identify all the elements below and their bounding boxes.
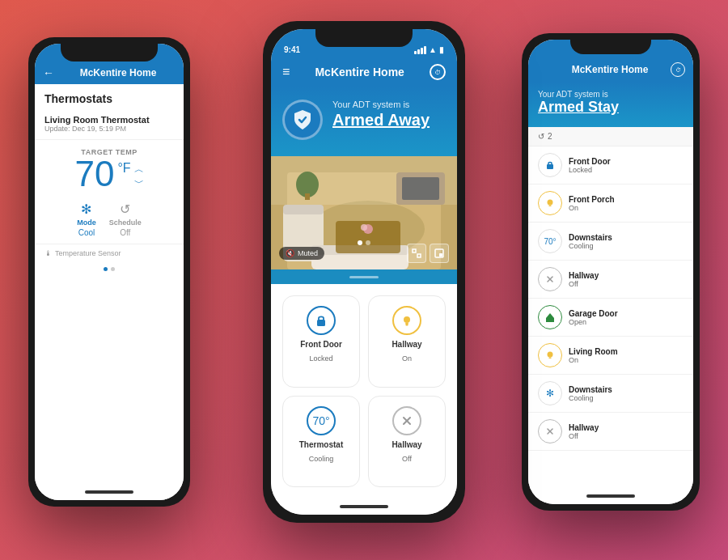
right-front-porch-status: On [569, 204, 615, 212]
thermostat-tile-name: Thermostat [299, 440, 343, 450]
right-front-porch-row[interactable]: Front Porch On [528, 185, 693, 223]
armed-away-title: Armed Away [332, 111, 430, 129]
right-hallway2-off-row[interactable]: Hallway Off [528, 413, 693, 451]
cam-dot-2 [366, 240, 370, 245]
status-icons-center: ▲ ▮ [414, 45, 444, 54]
notch-right [570, 40, 651, 54]
right-device-list: Front Door Locked Front Porch On [528, 146, 693, 488]
temp-down-arrow[interactable]: ﹀ [134, 176, 144, 190]
svg-rect-21 [405, 323, 408, 325]
back-icon[interactable]: ← [43, 66, 54, 79]
page-dot-1 [104, 267, 108, 271]
right-downstairs2-icon: ✻ [538, 381, 562, 405]
hallway-on-name: Hallway [392, 340, 421, 350]
mute-speaker-icon: 🔇 [286, 249, 294, 257]
home-indicator-center [271, 498, 457, 515]
clock-icon-right[interactable]: ⏱ [671, 62, 685, 77]
left-header-title: McKentire Home [61, 67, 176, 78]
shield-svg [291, 108, 314, 131]
svg-rect-31 [549, 358, 552, 359]
center-app-header: ≡ McKentire Home ⏱ [271, 57, 457, 87]
svg-rect-22 [406, 325, 408, 326]
pip-icon [434, 248, 444, 258]
mode-label: Mode [77, 218, 96, 227]
refresh-row[interactable]: ↺ 2 [528, 127, 693, 146]
front-door-tile[interactable]: Front Door Locked [282, 295, 360, 388]
lock-icon [314, 313, 328, 328]
right-living-room-info: Living Room On [569, 347, 618, 364]
right-living-room-name: Living Room [569, 347, 618, 356]
right-front-door-status: Locked [569, 166, 611, 174]
wave-separator-center [271, 269, 457, 284]
right-hallway2-off-icon [538, 419, 562, 443]
right-living-room-row[interactable]: Living Room On [528, 337, 693, 375]
svg-rect-27 [549, 206, 552, 207]
right-downstairs2-row[interactable]: ✻ Downstairs Cooling [528, 375, 693, 413]
mode-item-schedule[interactable]: ↺ Schedule Off [109, 202, 142, 237]
shield-icon-center [282, 100, 323, 140]
armed-away-text: Your ADT system is Armed Away [332, 100, 430, 129]
right-hallway-off-row[interactable]: Hallway Off [528, 261, 693, 299]
hallway-off-status: Off [402, 455, 412, 463]
svg-rect-18 [439, 253, 442, 257]
right-front-porch-name: Front Porch [569, 195, 615, 204]
right-hallway-off-status: Off [569, 280, 599, 288]
clock-icon-center[interactable]: ⏱ [430, 64, 446, 80]
temp-arrows[interactable]: ︿ ﹀ [134, 163, 144, 190]
signal-bar-4 [424, 46, 426, 54]
right-hallway-off-info: Hallway Off [569, 271, 599, 288]
right-downstairs-thermo-info: Downstairs Cooling [569, 233, 612, 250]
thermostat-tile[interactable]: 70° Thermostat Cooling [282, 396, 360, 488]
left-app-header: ← McKentire Home [35, 62, 184, 84]
phone-right: McKentire Home ⏱ Your ADT system is Arme… [522, 33, 700, 511]
right-front-porch-icon [538, 191, 562, 215]
right-garage-status: Open [569, 318, 618, 326]
hallway-off-tile[interactable]: Hallway Off [368, 396, 446, 488]
right-garage-info: Garage Door Open [569, 309, 618, 326]
notch-left [61, 44, 158, 62]
right-garage-door-row[interactable]: Garage Door Open [528, 299, 693, 337]
camera-section[interactable]: 🔇 Muted [271, 156, 457, 269]
mode-item-cool[interactable]: ✻ Mode Cool [77, 202, 96, 237]
armed-away-subtitle: Your ADT system is [332, 100, 430, 109]
phone-center-inner: 9:41 ▲ ▮ ≡ McKentire Home ⏱ [271, 29, 457, 515]
right-snowflake-icon: ✻ [546, 388, 554, 399]
right-front-door-info: Front Door Locked [569, 157, 611, 174]
temp-sensor-label: Temperature Sensor [55, 249, 121, 257]
hallway-on-tile[interactable]: Hallway On [368, 295, 446, 388]
right-downstairs-thermo-row[interactable]: 70° Downstairs Cooling [528, 223, 693, 261]
mute-badge[interactable]: 🔇 Muted [279, 247, 324, 260]
right-downstairs2-status: Cooling [569, 394, 612, 402]
right-hallway2-off-name: Hallway [569, 423, 599, 432]
mode-value: Cool [78, 228, 95, 237]
right-downstairs2-name: Downstairs [569, 385, 612, 394]
armed-stay-section: Your ADT system is Armed Stay [528, 82, 693, 127]
temp-up-arrow[interactable]: ︿ [134, 163, 144, 176]
right-front-door-row[interactable]: Front Door Locked [528, 146, 693, 185]
right-app-header: McKentire Home ⏱ [528, 57, 693, 82]
hallway-on-status: On [402, 354, 412, 363]
right-header-title: McKentire Home [549, 64, 671, 75]
camera-pip-btn[interactable] [430, 244, 449, 263]
wifi-icon: ▲ [429, 45, 437, 54]
svg-point-26 [548, 200, 553, 206]
bulb-on-icon [400, 313, 414, 328]
hallway-off-name: Hallway [392, 440, 421, 450]
left-content: Thermostats Living Room Thermostat Updat… [35, 84, 184, 484]
menu-icon[interactable]: ≡ [282, 65, 290, 79]
right-x2-icon [545, 426, 555, 436]
svg-rect-14 [271, 156, 457, 205]
mute-label: Muted [298, 249, 318, 257]
home-indicator-left [35, 484, 184, 500]
phone-left: ← McKentire Home Thermostats Living Room… [28, 37, 190, 507]
signal-bar-2 [417, 49, 420, 54]
hallway-off-icon [392, 406, 421, 435]
home-bar-center [340, 505, 388, 508]
svg-rect-16 [417, 254, 421, 257]
schedule-icon: ↺ [120, 202, 130, 217]
temperature-unit: °F [117, 161, 130, 176]
camera-fullscreen-btn[interactable] [407, 244, 426, 263]
phones-container: ← McKentire Home Thermostats Living Room… [12, 13, 716, 547]
thermostat-device-row[interactable]: Living Room Thermostat Update: Dec 19, 5… [35, 108, 184, 140]
svg-point-13 [361, 224, 367, 231]
